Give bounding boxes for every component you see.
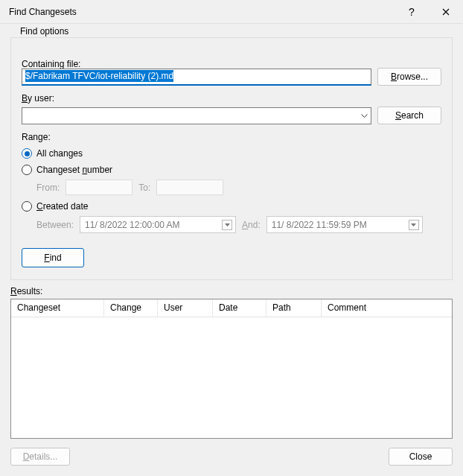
browse-button[interactable]: Browse... (377, 68, 441, 86)
col-user[interactable]: User (158, 299, 213, 317)
col-date[interactable]: Date (213, 299, 266, 317)
results-header: Changeset Change User Date Path Comment (11, 299, 452, 317)
by-user-combo[interactable] (22, 107, 371, 124)
and-value: 11/ 8/2022 11:59:59 PM (272, 220, 367, 230)
from-input (66, 180, 132, 195)
from-label: From: (36, 183, 60, 193)
find-row: Find (22, 248, 441, 267)
radio-icon (22, 148, 32, 159)
col-change[interactable]: Change (104, 299, 158, 317)
radio-icon (22, 201, 32, 212)
help-button[interactable]: ? (395, 0, 429, 24)
to-input (156, 180, 223, 195)
results-label: Results: (10, 286, 453, 296)
and-label: And: (242, 220, 261, 230)
close-icon (442, 8, 450, 16)
dialog-body: Find options Containing file: $/Fabrikam… (0, 24, 463, 476)
by-user-label: By user: (22, 93, 441, 104)
between-label: Between: (36, 220, 74, 230)
by-user-row: Search (22, 107, 441, 124)
window-title: Find Changesets (9, 7, 395, 17)
window-close-button[interactable] (429, 0, 463, 24)
results-box[interactable]: Changeset Change User Date Path Comment (10, 299, 453, 439)
chevron-down-icon (357, 108, 371, 124)
to-label: To: (138, 183, 150, 193)
radio-changeset-number[interactable]: Changeset number (22, 165, 441, 175)
details-button: Details... (10, 448, 70, 466)
bottom-row: Details... Close (10, 448, 453, 466)
between-value: 11/ 8/2022 12:00:00 AM (85, 220, 179, 230)
between-date-input: 11/ 8/2022 12:00:00 AM (80, 216, 236, 233)
col-path[interactable]: Path (266, 299, 322, 317)
close-button[interactable]: Close (389, 448, 453, 466)
radio-number-label: Changeset number (36, 165, 112, 175)
changeset-number-subrow: From: To: (36, 180, 441, 195)
range-label: Range: (22, 132, 441, 142)
created-date-subrow: Between: 11/ 8/2022 12:00:00 AM And: 11/… (36, 216, 441, 233)
find-button[interactable]: Find (22, 248, 84, 267)
range-block: Range: All changes Changeset number From… (22, 132, 441, 233)
radio-created-date[interactable]: Created date (22, 201, 441, 212)
containing-file-row: $/Fabrikam TFVC/iot-reliability (2).md B… (22, 68, 441, 86)
radio-all-label: All changes (36, 148, 83, 159)
radio-created-label: Created date (36, 201, 88, 212)
radio-all-changes[interactable]: All changes (22, 148, 441, 159)
search-button[interactable]: Search (377, 107, 441, 124)
col-comment[interactable]: Comment (322, 299, 452, 317)
titlebar: Find Changesets ? (0, 0, 463, 24)
calendar-dropdown-icon (222, 220, 232, 230)
find-options-group: Find options Containing file: $/Fabrikam… (10, 37, 453, 280)
radio-icon (22, 165, 32, 175)
and-date-input: 11/ 8/2022 11:59:59 PM (266, 216, 423, 233)
calendar-dropdown-icon (409, 220, 419, 230)
containing-file-input[interactable]: $/Fabrikam TFVC/iot-reliability (2).md (22, 69, 371, 86)
col-changeset[interactable]: Changeset (11, 299, 104, 317)
